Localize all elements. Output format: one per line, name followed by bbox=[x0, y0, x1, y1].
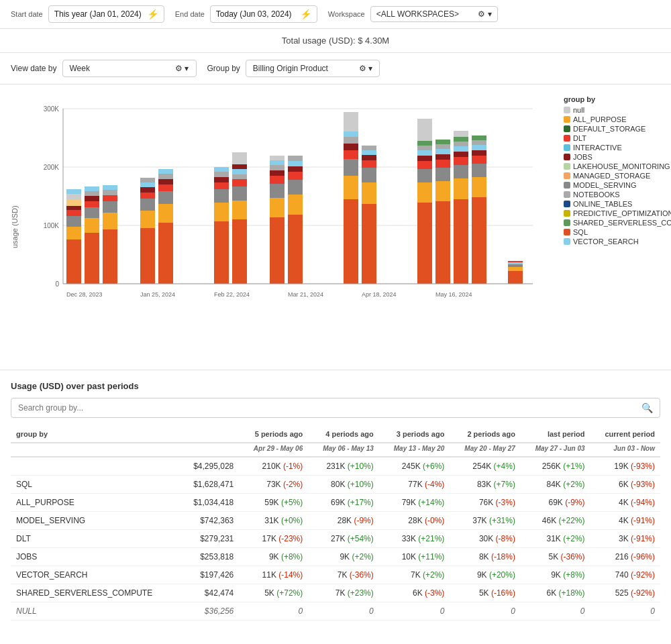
svg-rect-97 bbox=[417, 161, 432, 169]
svg-rect-44 bbox=[158, 191, 173, 204]
period-cell: 256K (+1%) bbox=[521, 457, 590, 476]
start-date-control[interactable]: This year (Jan 01, 2024) ⚡ bbox=[48, 5, 164, 23]
svg-text:Jan 25, 2024: Jan 25, 2024 bbox=[140, 291, 175, 298]
svg-rect-76 bbox=[288, 166, 303, 172]
svg-rect-90 bbox=[362, 160, 376, 168]
col-subheader bbox=[180, 443, 240, 457]
svg-rect-67 bbox=[270, 176, 285, 184]
period-cell: 4K (-91%) bbox=[590, 512, 660, 530]
start-date-group: Start date This year (Jan 01, 2024) ⚡ bbox=[11, 5, 164, 23]
svg-rect-46 bbox=[158, 179, 173, 184]
svg-rect-28 bbox=[85, 186, 99, 191]
period-cell: 69K (+17%) bbox=[308, 494, 379, 512]
period-cell: 33K (+21%) bbox=[379, 530, 450, 548]
alltime-cell: $253,818 bbox=[180, 548, 240, 566]
svg-rect-109 bbox=[435, 144, 450, 149]
legend-item: ONLINE_TABLES bbox=[564, 200, 671, 208]
svg-rect-106 bbox=[435, 160, 450, 168]
svg-rect-99 bbox=[417, 150, 432, 156]
group-cell: VECTOR_SEARCH bbox=[11, 566, 180, 584]
svg-rect-50 bbox=[214, 203, 229, 221]
end-date-icon: ⚡ bbox=[300, 9, 311, 19]
group-by-label: Group by bbox=[207, 64, 240, 73]
chart-legend: group by nullALL_PURPOSEDEFAULT_STORAGED… bbox=[564, 95, 671, 359]
table-wrapper: group by5 periods ago4 periods ago3 peri… bbox=[11, 426, 660, 621]
period-cell: 5K (-16%) bbox=[450, 584, 521, 602]
period-cell: 5K (-36%) bbox=[521, 548, 590, 566]
svg-rect-115 bbox=[454, 152, 468, 157]
period-cell: 216 (-96%) bbox=[590, 548, 660, 566]
svg-text:Dec 28, 2023: Dec 28, 2023 bbox=[66, 291, 103, 298]
svg-rect-93 bbox=[362, 146, 376, 150]
period-cell: 69K (-9%) bbox=[521, 494, 590, 512]
svg-rect-81 bbox=[344, 159, 358, 176]
period-cell: 0 bbox=[379, 602, 450, 621]
svg-rect-24 bbox=[85, 207, 99, 218]
legend-items: nullALL_PURPOSEDEFAULT_STORAGEDLTINTERAC… bbox=[564, 106, 671, 246]
svg-rect-73 bbox=[288, 195, 303, 215]
svg-rect-58 bbox=[232, 186, 247, 201]
workspace-control[interactable]: <ALL WORKSPACES> ⚙ ▾ bbox=[370, 6, 498, 22]
svg-text:200K: 200K bbox=[44, 164, 60, 171]
svg-rect-110 bbox=[435, 140, 450, 144]
svg-rect-120 bbox=[472, 197, 486, 284]
period-cell: 8K (-18%) bbox=[450, 548, 521, 566]
period-cell: 9K (+8%) bbox=[521, 566, 590, 584]
col-subheader: Jun 03 - Now bbox=[590, 443, 660, 457]
chart-left: usage (USD) bbox=[11, 95, 19, 359]
svg-rect-34 bbox=[103, 185, 117, 190]
svg-rect-121 bbox=[472, 177, 486, 197]
alltime-cell: $742,363 bbox=[180, 512, 240, 530]
start-date-label: Start date bbox=[11, 10, 43, 18]
group-cell bbox=[11, 457, 180, 476]
search-bar[interactable]: 🔍 bbox=[11, 398, 660, 418]
svg-rect-124 bbox=[472, 150, 486, 156]
table-title: Usage (USD) over past periods bbox=[11, 381, 660, 391]
end-date-control[interactable]: Today (Jun 03, 2024) ⚡ bbox=[210, 5, 317, 23]
svg-rect-101 bbox=[417, 141, 432, 146]
svg-rect-55 bbox=[214, 167, 229, 172]
legend-item: PREDICTIVE_OPTIMIZATION bbox=[564, 209, 671, 217]
period-cell: 0 bbox=[308, 602, 379, 621]
svg-rect-79 bbox=[344, 199, 358, 284]
svg-rect-117 bbox=[454, 142, 468, 146]
svg-rect-98 bbox=[417, 156, 432, 161]
svg-rect-119 bbox=[454, 131, 468, 137]
svg-rect-72 bbox=[288, 215, 303, 284]
svg-rect-84 bbox=[344, 137, 358, 144]
legend-item: NOTEBOOKS bbox=[564, 191, 671, 199]
svg-text:May 16, 2024: May 16, 2024 bbox=[435, 291, 472, 298]
legend-item: LAKEHOUSE_MONITORING bbox=[564, 162, 671, 170]
alltime-cell: $279,231 bbox=[180, 530, 240, 548]
period-cell: 0 bbox=[521, 602, 590, 621]
period-cell: 6K (+18%) bbox=[521, 584, 590, 602]
view-date-select[interactable]: Week ⚙ ▾ bbox=[62, 60, 197, 77]
col-header: 4 periods ago bbox=[308, 426, 379, 443]
alltime-cell: $42,474 bbox=[180, 584, 240, 602]
period-cell: 525 (-92%) bbox=[590, 584, 660, 602]
group-by-value: Billing Origin Product bbox=[253, 64, 328, 73]
group-cell: SQL bbox=[11, 476, 180, 494]
table-row: $4,295,028210K (-1%)231K (+10%)245K (+6%… bbox=[11, 457, 660, 476]
period-cell: 31K (+0%) bbox=[239, 512, 308, 530]
period-cell: 30K (-8%) bbox=[450, 530, 521, 548]
col-header: 2 periods ago bbox=[450, 426, 521, 443]
svg-rect-62 bbox=[232, 164, 247, 169]
view-date-value: Week bbox=[70, 64, 90, 73]
col-header bbox=[180, 426, 240, 443]
alltime-cell: $4,295,028 bbox=[180, 457, 240, 476]
group-cell: ALL_PURPOSE bbox=[11, 494, 180, 512]
period-cell: 59K (+5%) bbox=[239, 494, 308, 512]
svg-text:Mar 21, 2024: Mar 21, 2024 bbox=[288, 291, 323, 298]
period-cell: 740 (-92%) bbox=[590, 566, 660, 584]
svg-rect-45 bbox=[158, 184, 173, 191]
table-row: JOBS$253,8189K (+8%)9K (+2%)10K (+11%)8K… bbox=[11, 548, 660, 566]
legend-item: INTERACTIVE bbox=[564, 144, 671, 152]
group-by-select[interactable]: Billing Origin Product ⚙ ▾ bbox=[246, 60, 380, 77]
search-input[interactable] bbox=[18, 403, 641, 413]
svg-rect-130 bbox=[508, 264, 523, 267]
col-subheader: May 27 - Jun 03 bbox=[521, 443, 590, 457]
svg-rect-80 bbox=[344, 176, 358, 199]
svg-rect-38 bbox=[140, 193, 155, 199]
period-cell: 84K (+2%) bbox=[521, 476, 590, 494]
